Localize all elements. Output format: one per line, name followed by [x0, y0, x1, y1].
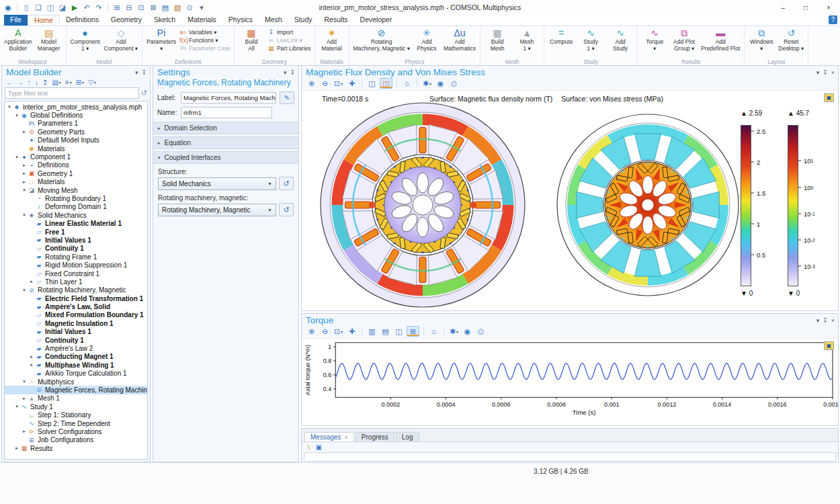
legend-window-button[interactable]: ◫	[393, 327, 405, 336]
filter-options-button[interactable]: ▽▾	[88, 79, 96, 86]
rmm-select[interactable]: Rotating Machinery, Magnetic ▼	[158, 204, 276, 216]
mesh-1-button[interactable]: ▲Mesh1 ▾	[512, 27, 542, 53]
zoom-in-button[interactable]: ⊕	[306, 327, 317, 336]
tree-item[interactable]: ⊘Magnetic Forces, Rotating Machinery 1	[5, 386, 147, 394]
component-1-button[interactable]: ●Component1 ▾	[69, 27, 102, 53]
ribbon-tab-file[interactable]: File	[4, 15, 28, 26]
name-field[interactable]: mfrm1	[181, 107, 272, 118]
ribbon-tab-results[interactable]: Results	[319, 15, 354, 26]
open-file-icon[interactable]: ❏	[34, 3, 43, 12]
legend-docked-button[interactable]: ◫	[380, 78, 392, 89]
ribbon-tab-definitions[interactable]: Definitions	[60, 15, 105, 26]
parameters-button[interactable]: PiParameters▾	[144, 27, 178, 53]
ribbon-tab-physics[interactable]: Physics	[222, 15, 259, 26]
torque-button[interactable]: ∿Torque▾	[640, 27, 669, 53]
tree-item[interactable]: ◉Materials	[5, 144, 147, 153]
forward-button[interactable]: →	[17, 79, 24, 86]
chevron-right-icon[interactable]: ▸	[28, 279, 35, 284]
camera-button[interactable]: ◉	[462, 327, 473, 336]
section-domain-selection[interactable]: ▸ Domain Selection	[153, 122, 298, 134]
ribbon-tab-materials[interactable]: Materials	[181, 15, 222, 26]
chevron-right-icon[interactable]: ▸	[21, 171, 28, 176]
chevron-down-icon[interactable]: ▾	[13, 404, 20, 409]
livelink-button[interactable]: ∞LiveLink ▾	[267, 37, 311, 44]
add-predefined-plot-button[interactable]: ▬AddPredefined Plot	[699, 27, 742, 53]
chevron-right-icon[interactable]: ▸	[21, 429, 28, 434]
chevron-down-icon[interactable]: ▾	[21, 212, 28, 218]
edit-label-icon[interactable]: ✎	[280, 91, 294, 104]
ribbon-tab-home[interactable]: Home	[28, 15, 60, 26]
tree-item[interactable]: ▸▰Conducting Magnet 1	[5, 353, 147, 361]
sort-options-button[interactable]: ≡▾	[65, 79, 72, 86]
plot-indicator-icon[interactable]: ▣	[824, 341, 834, 350]
model-node-icon[interactable]: ▤	[161, 3, 170, 12]
tree-item[interactable]: ▸∷Materials	[5, 178, 147, 186]
label-field[interactable]: Magnetic Forces, Rotating Machinery 1	[181, 92, 276, 103]
undo-icon[interactable]: ↶	[82, 3, 91, 12]
chevron-right-icon[interactable]: ▸	[21, 179, 28, 185]
tree-item[interactable]: ▰Initial Values 1	[5, 328, 147, 336]
chevron-right-icon[interactable]: ▸	[28, 362, 35, 368]
print-button[interactable]: ⎙	[475, 327, 487, 336]
help-button[interactable]: ?	[829, 15, 837, 24]
add-component-button[interactable]: ◇AddComponent ▾	[102, 27, 140, 53]
plot-docked-button[interactable]: ⊞	[407, 326, 419, 337]
tree-item[interactable]: ▸▰Multiphase Winding 1	[5, 361, 147, 369]
tree-item[interactable]: ▱Magnetic Insulation 1	[5, 319, 147, 327]
legend-window-button[interactable]: ◫	[366, 79, 378, 88]
part-libraries-button[interactable]: ▦Part Libraries	[267, 45, 311, 52]
chevron-down-icon[interactable]: ▾	[13, 155, 20, 160]
tree-item[interactable]: ▾◉Global Definitions	[5, 111, 147, 119]
section-coupled-interfaces[interactable]: ▾ Coupled Interfaces	[153, 151, 298, 164]
app-logo-icon[interactable]: ◉	[3, 3, 13, 12]
tree-item[interactable]: ▰Rotating Frame 1	[5, 253, 147, 261]
functions-button[interactable]: f(x)Functions ▾	[179, 37, 230, 44]
new-file-icon[interactable]: ▯	[22, 3, 31, 12]
study-1-button[interactable]: ∿Study1 ▾	[576, 27, 605, 53]
tree-options-button[interactable]: ▤▾	[52, 79, 60, 86]
import-button[interactable]: ↧Import	[267, 29, 311, 36]
tree-item[interactable]: ▰Linear Elastic Material 1	[5, 219, 147, 227]
camera-button[interactable]: ◉	[435, 79, 446, 88]
parameter-case-button[interactable]: PiParameter Case	[179, 45, 230, 52]
tree-item[interactable]: ▸⊳Solver Configurations	[5, 427, 147, 435]
tree-item[interactable]: ▾∴Multiphysics	[5, 378, 147, 386]
window-menu-icon[interactable]: ▾	[816, 317, 820, 324]
sync-icon[interactable]: ↺	[279, 203, 294, 216]
close-button[interactable]: ×	[817, 0, 840, 15]
tree-item[interactable]: ▱Continuity 1	[5, 245, 147, 253]
tree-item[interactable]: ▰Electric Field Transformation 1	[5, 294, 147, 302]
close-icon[interactable]: ×	[345, 434, 348, 441]
tree-item[interactable]: ▾◪Moving Mesh	[5, 186, 147, 194]
move-up-button[interactable]: ↑	[28, 79, 31, 86]
chevron-down-icon[interactable]: ▾	[21, 379, 28, 384]
tree-item[interactable]: ▾●Component 1	[5, 153, 147, 161]
paste-icon[interactable]: ⊟	[124, 3, 134, 12]
chevron-down-icon[interactable]: ▾	[13, 113, 20, 118]
tree-item[interactable]: ▾◈Solid Mechanics	[5, 211, 147, 219]
close-icon[interactable]: ×	[831, 69, 835, 76]
tree-item[interactable]: ▾◈interior_pm_motor_stress_analysis.mph	[5, 103, 147, 111]
window-menu-icon[interactable]: ▾	[816, 69, 820, 76]
save-icon[interactable]: ◫	[46, 3, 55, 12]
clear-messages-icon[interactable]: ∖	[306, 444, 310, 451]
tree-item[interactable]: ✦Default Model Inputs	[5, 136, 147, 144]
tree-item[interactable]: ▸▱Thin Layer 1	[5, 278, 147, 286]
tab-progress[interactable]: Progress	[355, 432, 394, 442]
lock-button[interactable]: ⌂	[401, 79, 413, 88]
chevron-right-icon[interactable]: ▸	[13, 446, 20, 451]
tree-item[interactable]: ▱Continuity 1	[5, 336, 147, 344]
tree-item[interactable]: ▰Arkkio Torque Calculation 1	[5, 370, 147, 378]
tree-item[interactable]: PiParameters 1	[5, 120, 147, 128]
window-menu-icon[interactable]: ▾	[284, 69, 287, 76]
dropdown-icon[interactable]: ▾	[197, 3, 206, 12]
add-plot-group-button[interactable]: ⧉Add PlotGroup ▾	[669, 27, 699, 53]
graphics-canvas[interactable]: Time=0.0018 s Surface: Magnetic flux den…	[302, 90, 838, 310]
build-all-button[interactable]: ▦BuildAll	[237, 27, 266, 53]
compute-button[interactable]: =Compute	[546, 27, 576, 46]
tree-item[interactable]: ▱Mixed Formulation Boundary 1	[5, 311, 147, 319]
build-mesh-button[interactable]: ▦BuildMesh	[482, 27, 512, 53]
gear-button[interactable]: ✱▾	[448, 327, 460, 336]
tree-item[interactable]: ▰Rigid Motion Suppression 1	[5, 261, 147, 269]
grid-options-button[interactable]: ⊞▾	[76, 79, 84, 86]
